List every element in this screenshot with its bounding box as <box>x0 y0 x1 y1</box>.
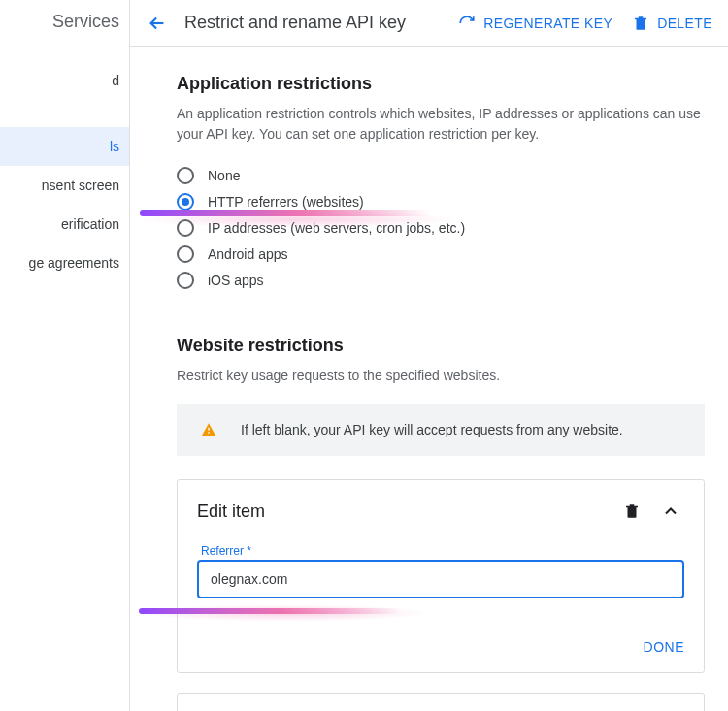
back-button[interactable] <box>142 8 173 39</box>
sidebar-item-credentials[interactable]: ls <box>0 127 129 166</box>
radio-none[interactable]: None <box>177 162 705 188</box>
radio-http-referrers[interactable]: HTTP referrers (websites) <box>177 188 705 214</box>
collapse-item-button[interactable] <box>657 498 684 525</box>
edit-item-title: Edit item <box>197 501 607 522</box>
sidebar-item-dashboard[interactable]: d <box>0 61 129 100</box>
blank-warning-banner: If left blank, your API key will accept … <box>177 404 705 456</box>
radio-icon <box>177 245 194 263</box>
delete-key-button[interactable]: DELETE <box>632 15 712 32</box>
sidebar: Services d ls nsent screen erification g… <box>0 0 130 711</box>
trash-icon <box>623 502 641 520</box>
radio-ios-apps[interactable]: iOS apps <box>177 267 705 293</box>
top-bar: Restrict and rename API key REGENERATE K… <box>130 0 728 47</box>
arrow-left-icon <box>147 13 168 34</box>
referrer-field-label: Referrer * <box>197 544 684 558</box>
radio-icon <box>177 219 194 237</box>
radio-icon <box>177 272 194 289</box>
regenerate-key-button[interactable]: REGENERATE KEY <box>458 15 612 32</box>
warning-icon <box>200 421 217 438</box>
website-restrictions-heading: Website restrictions <box>177 336 705 356</box>
chevron-up-icon <box>661 501 680 521</box>
trash-icon <box>632 15 649 32</box>
sidebar-item-consent-screen[interactable]: nsent screen <box>0 166 129 205</box>
done-button[interactable]: DONE <box>644 639 684 655</box>
refresh-icon <box>458 15 476 32</box>
sidebar-item-page-agreements[interactable]: ge agreements <box>0 243 129 282</box>
radio-ip-addresses[interactable]: IP addresses (web servers, cron jobs, et… <box>177 214 705 241</box>
radio-android-apps[interactable]: Android apps <box>177 241 705 267</box>
highlight-glow <box>139 604 430 622</box>
highlight-marker <box>139 608 401 614</box>
sidebar-item-verification[interactable]: erification <box>0 205 129 243</box>
product-title: Services <box>0 0 129 53</box>
radio-icon <box>177 193 194 210</box>
edit-item-card: Edit item Referrer * <box>177 479 705 673</box>
add-item-button[interactable]: ADD AN ITEM <box>177 693 705 711</box>
app-restrictions-heading: Application restrictions <box>177 74 705 94</box>
delete-item-button[interactable] <box>618 498 645 525</box>
referrer-input[interactable] <box>197 560 684 598</box>
app-restrictions-desc: An application restriction controls whic… <box>177 104 701 145</box>
app-restrictions-radio-group: None HTTP referrers (websites) IP addres… <box>177 162 705 297</box>
website-restrictions-desc: Restrict key usage requests to the speci… <box>177 366 701 386</box>
page-title: Restrict and rename API key <box>184 13 439 33</box>
radio-icon <box>177 167 194 184</box>
